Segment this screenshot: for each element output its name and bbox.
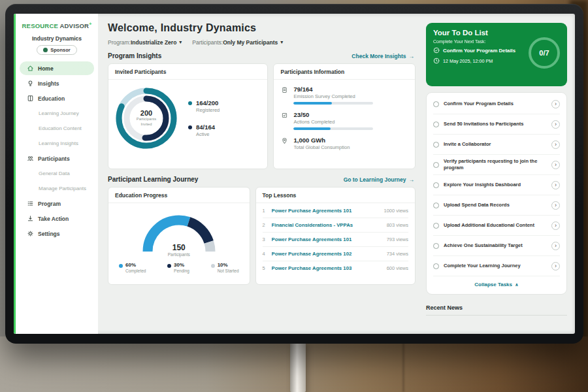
task-label: Confirm Your Program Details [444, 101, 547, 107]
progress-bar [293, 102, 373, 105]
legend-label: Completed [125, 269, 146, 273]
info-row-actions: 23/50 Actions Completed [281, 111, 408, 130]
wall-corner-seam [402, 338, 404, 392]
legend-dot [211, 264, 215, 268]
invited-total-label: Participants Invited [132, 117, 161, 127]
task-checkbox[interactable] [433, 182, 439, 188]
task-checkbox[interactable] [433, 243, 439, 249]
home-icon [27, 65, 34, 72]
section-title-learning-journey: Participant Learning Journey [108, 176, 198, 183]
sidebar-nav: Home Insights Education Learning Journey… [16, 61, 98, 241]
task-row-3[interactable]: Invite a Collaborator › [433, 135, 560, 155]
gauge-legend: 60% Completed 30% Pending [114, 257, 244, 273]
lesson-rank: 1 [263, 208, 267, 214]
sidebar-item-insights[interactable]: Insights [20, 76, 94, 90]
legend-value: 10% [218, 262, 239, 268]
legend-item-not-started: 10% Not Started [211, 262, 239, 273]
lesson-link[interactable]: Power Purchase Agreements 102 [272, 251, 382, 257]
gear-icon [27, 230, 34, 237]
program-select-value: Industrialize Zero [131, 39, 176, 46]
card-title: Invited Participants [108, 64, 267, 80]
chevron-right-icon[interactable]: › [551, 161, 560, 169]
legend-label: Pending [174, 269, 189, 273]
go-to-learning-journey-link[interactable]: Go to Learning Journey → [344, 176, 414, 183]
sidebar-item-participants[interactable]: Participants [20, 152, 94, 165]
task-checkbox[interactable] [433, 101, 439, 107]
sidebar-item-learning-insights[interactable]: Learning Insights [20, 137, 94, 150]
lesson-rank: 5 [263, 265, 267, 271]
program-filter-label: Program: [108, 39, 131, 46]
chevron-right-icon[interactable]: › [551, 120, 560, 129]
sidebar-item-label: Program [38, 201, 61, 207]
lesson-row-3: 3 Power Purchase Agreements 101 793 view… [263, 233, 408, 247]
collapse-tasks-link[interactable]: Collapse Tasks ∧ [433, 276, 560, 293]
sidebar-item-label: Take Action [38, 216, 69, 222]
task-checkbox[interactable] [433, 162, 439, 168]
task-row-6[interactable]: Upload Spend Data Records › [433, 195, 560, 216]
sidebar-item-education[interactable]: Education [20, 91, 94, 105]
sidebar-item-label: Education Content [39, 125, 82, 131]
info-value: 79/164 [293, 86, 373, 93]
task-label: Explore Your Insights Dashboard [444, 182, 547, 188]
chevron-right-icon[interactable]: › [551, 100, 560, 108]
chevron-right-icon[interactable]: › [551, 181, 560, 189]
sidebar-item-learning-journey[interactable]: Learning Journey [20, 106, 94, 120]
chevron-right-icon[interactable]: › [551, 201, 560, 210]
chevron-down-icon: ▾ [280, 40, 283, 45]
brand-primary: RESOURCE [22, 22, 58, 29]
todo-next-task[interactable]: Confirm Your Program Details [433, 47, 532, 54]
check-more-insights-link[interactable]: Check More Insights → [351, 53, 414, 59]
task-checkbox[interactable] [433, 203, 439, 208]
task-label: Upload Additional Educational Content [444, 222, 547, 229]
sidebar-item-settings[interactable]: Settings [20, 227, 94, 240]
task-checkbox[interactable] [433, 263, 439, 269]
task-row-7[interactable]: Upload Additional Educational Content › [433, 216, 560, 236]
card-title: Education Progress [108, 188, 250, 203]
chevron-down-icon: ▾ [179, 40, 182, 45]
sidebar-item-general-data[interactable]: General Data [20, 167, 94, 180]
location-pin-icon [281, 137, 288, 144]
chevron-right-icon[interactable]: › [551, 140, 560, 149]
legend-item-pending: 30% Pending [167, 262, 189, 273]
arrow-right-icon: → [409, 176, 415, 183]
task-row-9[interactable]: Complete Your Learning Journey › [433, 256, 560, 276]
task-checkbox[interactable] [433, 122, 439, 127]
sidebar-item-label: Insights [38, 80, 59, 87]
participants-select[interactable]: Only My Participants ▾ [223, 39, 283, 46]
program-insights-header: Program Insights Check More Insights → [108, 52, 414, 59]
learning-journey-cards: Education Progress 150 Participants [108, 187, 416, 285]
info-label: Emission Survey Completed [293, 93, 373, 99]
task-row-8[interactable]: Achieve One Sustainability Target › [433, 236, 560, 256]
lesson-row-5: 5 Power Purchase Agreements 103 600 view… [263, 261, 408, 275]
sidebar-item-label: Home [38, 65, 54, 72]
legend-item-registered: 164/200 Registered [188, 99, 220, 113]
lesson-rank: 4 [263, 251, 267, 257]
sidebar-item-home[interactable]: Home [20, 61, 94, 75]
clipboard-icon [281, 86, 288, 93]
todo-title: Your To Do List [433, 29, 560, 37]
task-row-1[interactable]: Confirm Your Program Details › [433, 94, 560, 114]
task-checkbox[interactable] [433, 223, 439, 229]
participants-information-card: Participants Information 79/164 Emission… [273, 63, 416, 169]
lesson-link[interactable]: Power Purchase Agreements 101 [272, 208, 379, 214]
sidebar-item-education-content[interactable]: Education Content [20, 122, 94, 135]
task-row-2[interactable]: Send 50 Invitations to Participants › [433, 114, 560, 135]
lesson-rank: 2 [263, 222, 267, 228]
lesson-views: 600 views [387, 265, 408, 271]
sidebar-item-manage-participants[interactable]: Manage Participants [20, 182, 94, 195]
sidebar-item-program[interactable]: Program [20, 197, 94, 210]
chevron-right-icon[interactable]: › [551, 221, 560, 230]
main-content: Welcome, Industry Dynamics Program: Indu… [98, 14, 422, 334]
sidebar-item-take-action[interactable]: Take Action [20, 212, 94, 225]
task-row-4[interactable]: Verify participants requesting to join t… [433, 155, 560, 175]
lesson-link[interactable]: Financial Considerations - VPPAs [272, 222, 382, 228]
todo-next-task-label: Confirm Your Program Details [443, 48, 515, 54]
lesson-link[interactable]: Power Purchase Agreements 101 [272, 237, 382, 242]
task-checkbox[interactable] [433, 142, 439, 148]
lesson-link[interactable]: Power Purchase Agreements 103 [272, 265, 382, 271]
chevron-right-icon[interactable]: › [551, 262, 560, 270]
task-row-5[interactable]: Explore Your Insights Dashboard › [433, 175, 560, 195]
chevron-right-icon[interactable]: › [551, 242, 560, 250]
program-select[interactable]: Industrialize Zero ▾ [131, 39, 182, 46]
sidebar-item-label: Learning Journey [39, 110, 79, 116]
